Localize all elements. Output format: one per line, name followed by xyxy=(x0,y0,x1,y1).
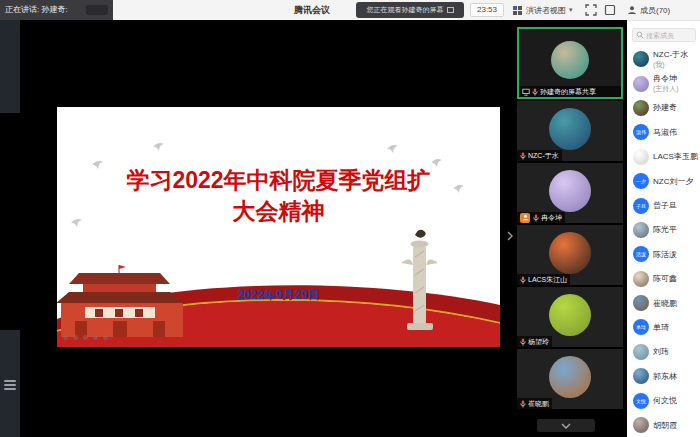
video-strip-tiles: 孙建奇的屏幕共享 NZC-于水 xyxy=(517,27,623,409)
strip-scroll-down-button[interactable] xyxy=(537,419,595,432)
watching-banner: 您正在观看孙建奇的屏幕 xyxy=(356,2,464,18)
shared-screen-stage: 学习2022年中科院夏季党组扩 大会精神 2022年9月29日 xyxy=(20,20,513,437)
member-list: NZC-于水 (我) 冉令坤 (主持人) 孙建奇 淑伟 马淑伟 xyxy=(627,47,700,437)
screen-mini-icon xyxy=(447,7,454,13)
member-tag: (主持人) xyxy=(653,84,679,94)
member-avatar: 单琦 xyxy=(633,319,649,335)
mic-icon xyxy=(532,88,538,96)
presenter-toolbar[interactable] xyxy=(63,335,108,340)
member-search-input[interactable] xyxy=(646,32,692,39)
tile-label: 孙建奇的屏幕共享 xyxy=(519,86,621,97)
list-lines-icon xyxy=(4,378,16,392)
member-row[interactable]: 郭东林 xyxy=(627,364,700,388)
member-name: 单琦 xyxy=(653,322,669,333)
member-name: NZC刘一夕 xyxy=(653,176,693,187)
layout-grid-icon xyxy=(512,5,523,16)
member-avatar: 子旦 xyxy=(633,198,649,214)
video-strip: 孙建奇的屏幕共享 NZC-于水 xyxy=(513,20,627,437)
tile-name-label: NZC-于水 xyxy=(528,150,559,161)
video-tile[interactable]: NZC-于水 xyxy=(517,101,623,161)
app-title: 腾讯会议 xyxy=(282,0,342,20)
tile-name-label: 冉令坤 xyxy=(541,212,562,223)
member-tag: (我) xyxy=(653,60,688,70)
member-name: 郭东林 xyxy=(653,371,677,382)
member-avatar: 一夕 xyxy=(633,173,649,189)
member-name: NZC-于水 xyxy=(653,49,688,60)
speaking-text: 正在讲话: 孙建奇: xyxy=(5,5,68,14)
member-row[interactable]: 孙建奇 xyxy=(627,96,700,120)
member-avatar xyxy=(633,271,649,287)
member-row[interactable]: 文悦 何文悦 xyxy=(627,388,700,412)
participant-avatar xyxy=(549,108,591,150)
panel-rect-icon xyxy=(604,4,616,16)
member-row[interactable]: 冉令坤 (主持人) xyxy=(627,71,700,95)
members-count-label: 成员(70) xyxy=(640,5,670,16)
member-avatar: 活泼 xyxy=(633,246,649,262)
watching-text: 您正在观看孙建奇的屏幕 xyxy=(367,6,444,13)
member-name: 曾子旦 xyxy=(653,200,677,211)
member-row[interactable]: 一夕 NZC刘一夕 xyxy=(627,169,700,193)
member-avatar: 淑伟 xyxy=(633,124,649,140)
member-row[interactable]: 活泼 陈活泼 xyxy=(627,242,700,266)
member-name: 崔晓鹏 xyxy=(653,298,677,309)
participant-avatar xyxy=(549,294,591,336)
tile-label: 崔晓鹏 xyxy=(517,398,552,409)
member-search-box[interactable] xyxy=(632,28,696,42)
member-name: 冉令坤 xyxy=(653,73,679,84)
mic-icon xyxy=(520,152,526,160)
tile-name-label: 杨望玲 xyxy=(528,336,549,347)
members-panel: NZC-于水 (我) 冉令坤 (主持人) 孙建奇 淑伟 马淑伟 xyxy=(627,20,700,437)
view-mode-button[interactable]: 演讲者视图 ▾ xyxy=(512,0,573,20)
tile-label: 冉令坤 xyxy=(517,212,565,223)
tile-label: LACS朱江山 xyxy=(517,274,570,285)
member-avatar xyxy=(633,368,649,384)
side-panel-toggle-button[interactable] xyxy=(604,4,617,17)
member-row[interactable]: 单琦 单琦 xyxy=(627,315,700,339)
video-tile[interactable]: 崔晓鹏 xyxy=(517,349,623,409)
person-icon xyxy=(627,5,637,15)
member-avatar xyxy=(633,76,649,92)
members-header-button[interactable]: 成员(70) xyxy=(627,0,670,20)
member-avatar xyxy=(633,417,649,433)
meeting-window: 正在讲话: 孙建奇: 腾讯会议 您正在观看孙建奇的屏幕 23:53 演讲者视图 … xyxy=(0,0,700,437)
member-name: 何文悦 xyxy=(653,395,677,406)
video-tile[interactable]: 冉令坤 xyxy=(517,163,623,223)
screen-share-icon xyxy=(522,88,530,96)
mic-icon xyxy=(533,214,539,222)
member-row[interactable]: 胡朝霞 xyxy=(627,413,700,437)
member-avatar xyxy=(633,51,649,67)
chevron-down-icon xyxy=(560,422,572,430)
member-row[interactable]: 陈光平 xyxy=(627,218,700,242)
member-name: 陈活泼 xyxy=(653,249,677,260)
search-icon xyxy=(636,31,644,39)
participant-avatar xyxy=(549,356,591,398)
tile-name-label: 孙建奇的屏幕共享 xyxy=(540,86,596,97)
tile-name-label: 崔晓鹏 xyxy=(528,398,549,409)
mic-icon xyxy=(520,276,526,284)
member-row[interactable]: 刘玮 xyxy=(627,340,700,364)
mic-icon xyxy=(520,338,526,346)
caret-down-icon: ▾ xyxy=(569,6,573,14)
slide-artwork xyxy=(57,107,500,347)
speaking-volume-icon xyxy=(86,5,108,15)
member-avatar xyxy=(633,344,649,360)
member-row[interactable]: NZC-于水 (我) xyxy=(627,47,700,71)
fullscreen-button[interactable] xyxy=(585,4,598,17)
member-avatar xyxy=(633,149,649,165)
video-tile[interactable]: 杨望玲 xyxy=(517,287,623,347)
presentation-slide: 学习2022年中科院夏季党组扩 大会精神 2022年9月29日 xyxy=(57,107,500,347)
video-tile[interactable]: 孙建奇的屏幕共享 xyxy=(517,27,623,99)
member-name: 胡朝霞 xyxy=(653,420,677,431)
slide-title: 学习2022年中科院夏季党组扩 大会精神 xyxy=(57,165,500,227)
member-row[interactable]: 崔晓鹏 xyxy=(627,291,700,315)
member-row[interactable]: 陈可鑫 xyxy=(627,267,700,291)
member-row[interactable]: 子旦 曾子旦 xyxy=(627,193,700,217)
member-avatar xyxy=(633,100,649,116)
member-row[interactable]: LACS李玉鹏 xyxy=(627,145,700,169)
top-bar: 正在讲话: 孙建奇: 腾讯会议 您正在观看孙建奇的屏幕 23:53 演讲者视图 … xyxy=(0,0,700,20)
participant-avatar xyxy=(549,232,591,274)
member-row[interactable]: 淑伟 马淑伟 xyxy=(627,120,700,144)
member-name: 陈光平 xyxy=(653,224,677,235)
video-tile[interactable]: LACS朱江山 xyxy=(517,225,623,285)
view-mode-label: 演讲者视图 xyxy=(526,5,566,16)
